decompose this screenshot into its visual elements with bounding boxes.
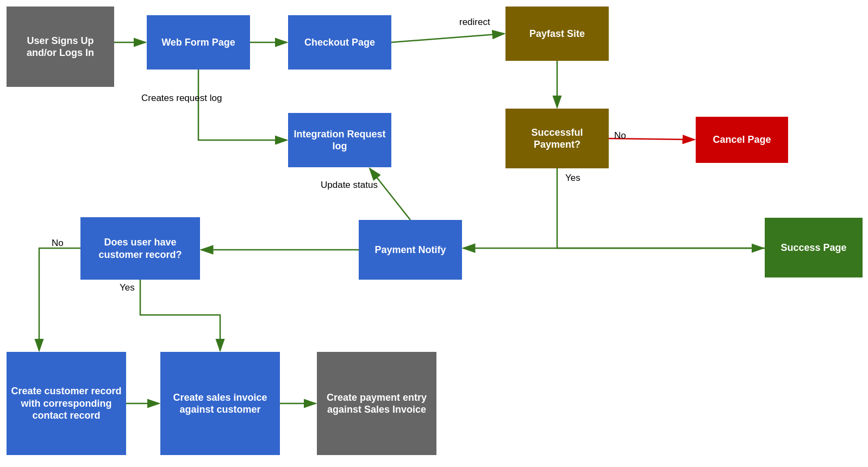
user-signs-up-label: User Signs Up and/or Logs In — [11, 35, 110, 59]
does-user-have-node: Does user have customer record? — [80, 217, 200, 280]
yes-success-label: Yes — [565, 173, 580, 184]
svg-line-4 — [391, 34, 504, 42]
create-sales-invoice-node: Create sales invoice against customer — [160, 352, 280, 455]
no-customer-label: No — [52, 238, 64, 249]
create-customer-record-label: Create customer record with correspondin… — [11, 385, 122, 422]
creates-request-log-label: Creates request log — [141, 92, 222, 104]
web-form-page-node: Web Form Page — [147, 15, 250, 70]
svg-line-8 — [370, 168, 410, 220]
web-form-page-label: Web Form Page — [161, 36, 235, 49]
cancel-page-label: Cancel Page — [713, 134, 771, 146]
successful-payment-label: Successful Payment? — [510, 127, 604, 151]
success-page-label: Success Page — [780, 242, 846, 254]
cancel-page-node: Cancel Page — [696, 117, 788, 163]
payment-notify-label: Payment Notify — [374, 244, 446, 256]
success-page-node: Success Page — [765, 218, 863, 277]
checkout-page-node: Checkout Page — [288, 15, 391, 70]
update-status-label: Update status — [321, 179, 378, 191]
yes-customer-label: Yes — [120, 282, 135, 293]
payment-notify-node: Payment Notify — [359, 220, 462, 280]
payfast-site-label: Payfast Site — [529, 28, 585, 40]
integration-request-log-node: Integration Request log — [288, 113, 391, 167]
create-customer-record-node: Create customer record with correspondin… — [7, 352, 126, 455]
create-payment-entry-label: Create payment entry against Sales Invoi… — [321, 392, 432, 416]
integration-request-log-label: Integration Request log — [292, 128, 387, 153]
successful-payment-node: Successful Payment? — [505, 109, 609, 168]
no-cancel-label: No — [614, 130, 626, 141]
create-payment-entry-node: Create payment entry against Sales Invoi… — [317, 352, 436, 455]
does-user-have-label: Does user have customer record? — [85, 236, 196, 261]
payfast-site-node: Payfast Site — [505, 7, 609, 61]
checkout-page-label: Checkout Page — [304, 36, 375, 49]
user-signs-up-node: User Signs Up and/or Logs In — [7, 7, 114, 87]
diagram: User Signs Up and/or Logs In Web Form Pa… — [0, 0, 868, 467]
create-sales-invoice-label: Create sales invoice against customer — [165, 392, 276, 416]
redirect-label: redirect — [459, 17, 490, 28]
